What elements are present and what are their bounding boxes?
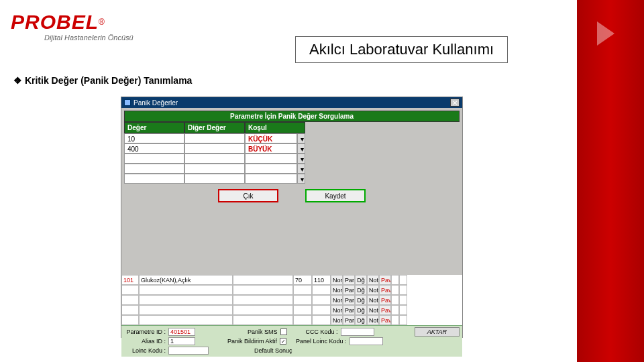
btn-not[interactable]: Not [367,285,379,295]
right-accent-bar [577,0,644,362]
param-cell[interactable] [233,275,293,285]
param-low[interactable] [293,305,312,315]
btn-nor[interactable]: Nor [331,305,343,315]
param-high[interactable] [312,285,331,295]
checkbox-panik-sms[interactable] [280,328,287,335]
param-high[interactable] [312,295,331,305]
cell-kosul[interactable] [245,174,297,184]
cell-kosul[interactable] [245,154,297,164]
param-low[interactable]: 70 [293,275,312,285]
grid-row[interactable]: 400 BÜYÜK EŞİTTİR ▾ [124,143,460,154]
btn-dg[interactable]: Dğ [355,305,367,315]
cell-diger[interactable] [184,143,245,154]
btn-not[interactable]: Not [367,295,379,305]
content-spacer [121,205,462,275]
cell-deger[interactable] [124,164,184,174]
row-checkbox[interactable] [399,285,407,295]
row-checkbox[interactable] [391,275,399,285]
param-cell[interactable] [233,285,293,295]
row-checkbox[interactable] [391,295,399,305]
label-default-sonuc: Default Sonuç [254,347,292,354]
param-cell[interactable] [233,315,293,325]
input-ccc-kodu[interactable] [341,328,374,336]
cell-kosul[interactable]: KÜÇÜK EŞİTTİR [245,133,297,143]
row-checkbox[interactable] [399,305,407,315]
btn-pan[interactable]: Pan [343,315,355,325]
param-cell[interactable] [233,295,293,305]
param-name: Glukoz(KAN),Açlık [139,275,233,285]
grid-row[interactable]: 10 KÜÇÜK EŞİTTİR ▾ [124,133,460,143]
row-checkbox[interactable] [399,295,407,305]
window-titlebar[interactable]: Panik Değerler ✕ [121,97,462,108]
param-high[interactable] [312,315,331,325]
btn-not[interactable]: Not [367,305,379,315]
btn-nor[interactable]: Nor [331,285,343,295]
cell-deger[interactable]: 10 [124,133,184,143]
grid-row[interactable]: ▾ [124,154,460,164]
save-button[interactable]: Kaydet [305,189,366,202]
window-close-button[interactable]: ✕ [450,99,460,107]
btn-pav[interactable]: Pav [379,285,391,295]
cell-diger[interactable] [184,174,245,184]
checkbox-panik-bildirim[interactable]: ✓ [280,338,286,345]
btn-pan[interactable]: Pan [343,285,355,295]
dropdown-icon[interactable]: ▾ [297,143,305,154]
dropdown-icon[interactable]: ▾ [297,133,305,143]
cell-diger[interactable] [184,164,245,174]
btn-dg[interactable]: Dğ [355,275,367,285]
cell-diger[interactable] [184,133,245,143]
btn-pav[interactable]: Pav [379,315,391,325]
btn-dg[interactable]: Dğ [355,295,367,305]
input-parametre-id[interactable]: 401501 [168,328,195,336]
btn-nor[interactable]: Nor [331,295,343,305]
param-high[interactable] [312,305,331,315]
input-loinc[interactable] [168,347,209,355]
panel-header: Parametre İçin Panik Değer Sorgulama [124,111,460,122]
param-cell[interactable] [233,305,293,315]
param-low[interactable] [293,315,312,325]
grid-header: Değer Diğer Değer Koşul [124,122,460,133]
input-alias-id[interactable]: 1 [168,337,195,345]
input-panel-loinc[interactable] [350,337,383,345]
btn-not[interactable]: Not [367,275,379,285]
btn-not[interactable]: Not [367,315,379,325]
cell-deger[interactable]: 400 [124,143,184,154]
label-alias-id: Alias ID : [124,338,166,345]
cell-kosul[interactable] [245,164,297,174]
cell-deger[interactable] [124,174,184,184]
cell-kosul[interactable]: BÜYÜK EŞİTTİR [245,143,297,154]
grid-row[interactable]: ▾ [124,164,460,174]
dropdown-icon[interactable]: ▾ [297,164,305,174]
btn-nor[interactable]: Nor [331,315,343,325]
param-row[interactable]: 101 Glukoz(KAN),Açlık 70 110 Nor Pan Dğ … [121,275,462,285]
param-row[interactable]: NorPanDğNotPav [121,285,462,295]
row-checkbox[interactable] [399,275,407,285]
btn-pan[interactable]: Pan [343,275,355,285]
btn-dg[interactable]: Dğ [355,285,367,295]
btn-pan[interactable]: Pan [343,295,355,305]
label-ccc-kodu: CCC Kodu : [306,328,338,335]
btn-dg[interactable]: Dğ [355,315,367,325]
btn-nor[interactable]: Nor [331,275,343,285]
cell-diger[interactable] [184,154,245,164]
param-row[interactable]: NorPanDğNotPav [121,305,462,315]
param-row[interactable]: NorPanDğNotPav [121,295,462,305]
row-checkbox[interactable] [391,305,399,315]
param-row[interactable]: NorPanDğNotPav [121,315,462,325]
btn-pav[interactable]: Pav [379,295,391,305]
param-high[interactable]: 110 [312,275,331,285]
aktar-button[interactable]: AKTAR [415,327,460,337]
param-low[interactable] [293,285,312,295]
dropdown-icon[interactable]: ▾ [297,154,305,164]
row-checkbox[interactable] [399,315,407,325]
exit-button[interactable]: Çık [218,189,278,202]
btn-pav[interactable]: Pav [379,275,391,285]
row-checkbox[interactable] [391,285,399,295]
grid-row[interactable]: ▾ [124,174,460,184]
row-checkbox[interactable] [391,315,399,325]
btn-pan[interactable]: Pan [343,305,355,315]
btn-pav[interactable]: Pav [379,305,391,315]
cell-deger[interactable] [124,154,184,164]
param-low[interactable] [293,295,312,305]
dropdown-icon[interactable]: ▾ [297,174,305,184]
